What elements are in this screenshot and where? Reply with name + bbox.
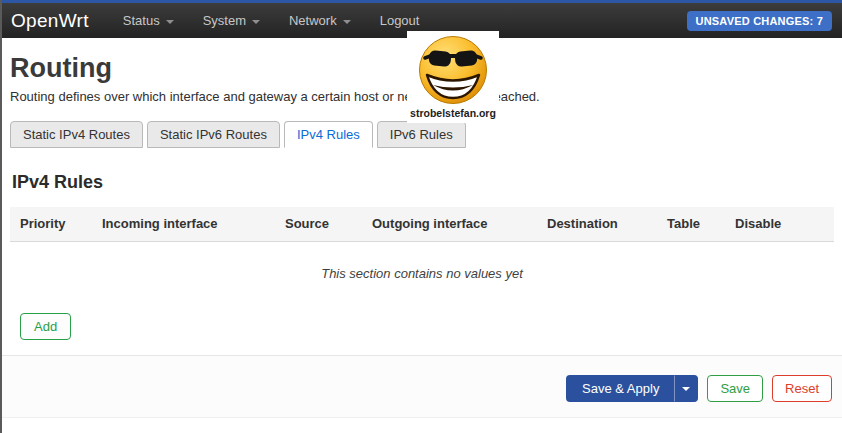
nav-network[interactable]: Network	[289, 13, 351, 28]
section-heading: IPv4 Rules	[12, 172, 834, 193]
nav-logout[interactable]: Logout	[380, 13, 420, 28]
nav-logout-label: Logout	[380, 13, 420, 28]
routing-tabs: Static IPv4 Routes Static IPv6 Routes IP…	[10, 121, 834, 148]
footer-actions: Save & Apply Save Reset	[2, 355, 842, 418]
nav-network-label: Network	[289, 13, 337, 28]
save-apply-button[interactable]: Save & Apply	[566, 375, 675, 402]
nav-system[interactable]: System	[203, 13, 260, 28]
save-apply-dropdown-toggle[interactable]	[675, 375, 698, 402]
chevron-down-icon	[166, 20, 174, 24]
add-button[interactable]: Add	[20, 313, 71, 340]
cool-smiley-icon	[417, 34, 489, 106]
column-disable: Disable	[725, 207, 834, 241]
tab-ipv6-rules[interactable]: IPv6 Rules	[377, 121, 466, 148]
tab-ipv4-rules[interactable]: IPv4 Rules	[284, 121, 373, 148]
watermark-caption: strobelstefan.org	[410, 107, 496, 119]
save-button[interactable]: Save	[707, 375, 763, 402]
watermark-logo: strobelstefan.org	[407, 31, 499, 123]
chevron-down-icon	[682, 387, 690, 391]
openwrt-brand[interactable]: OpenWrt	[11, 10, 89, 32]
nav-status[interactable]: Status	[123, 13, 174, 28]
rules-table-header: Priority Incoming interface Source Outgo…	[10, 207, 834, 242]
empty-state-message: This section contains no values yet	[10, 242, 834, 313]
tab-static-ipv6-routes[interactable]: Static IPv6 Routes	[147, 121, 280, 148]
save-apply-split-button: Save & Apply	[566, 375, 698, 402]
chevron-down-icon	[343, 20, 351, 24]
tab-static-ipv4-routes[interactable]: Static IPv4 Routes	[10, 121, 143, 148]
column-source: Source	[275, 207, 362, 241]
column-table: Table	[657, 207, 725, 241]
chevron-down-icon	[252, 20, 260, 24]
column-incoming-interface: Incoming interface	[92, 207, 275, 241]
nav-status-label: Status	[123, 13, 160, 28]
column-priority: Priority	[10, 207, 92, 241]
nav-system-label: System	[203, 13, 246, 28]
reset-button[interactable]: Reset	[772, 375, 832, 402]
column-outgoing-interface: Outgoing interface	[362, 207, 537, 241]
column-destination: Destination	[537, 207, 657, 241]
unsaved-changes-badge[interactable]: UNSAVED CHANGES: 7	[687, 11, 832, 31]
